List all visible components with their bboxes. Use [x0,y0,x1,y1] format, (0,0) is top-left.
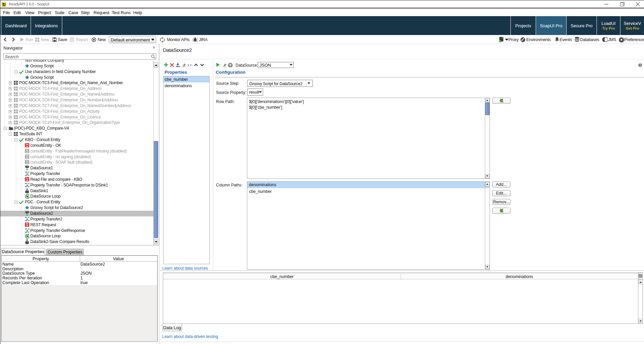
svg-text:AP: AP [26,151,28,153]
svg-text:AP: AP [26,179,28,181]
svg-text:AP: AP [26,157,28,159]
svg-text:ST: ST [26,225,28,227]
svg-text:AP: AP [26,162,28,164]
svg-text:AP: AP [26,145,28,147]
